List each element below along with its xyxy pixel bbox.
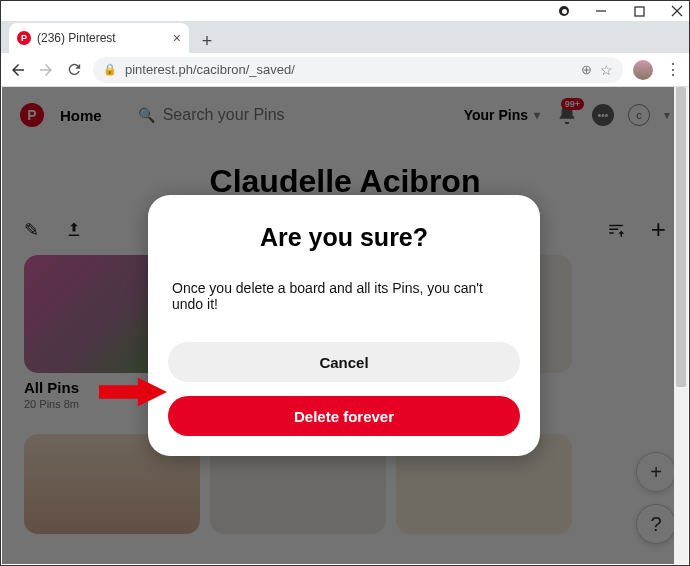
url-text: pinterest.ph/cacibron/_saved/ bbox=[125, 62, 573, 77]
browser-menu-icon[interactable]: ⋮ bbox=[665, 60, 681, 79]
install-icon[interactable]: ⊕ bbox=[581, 62, 592, 77]
pinterest-favicon: P bbox=[17, 31, 31, 45]
cancel-button[interactable]: Cancel bbox=[168, 342, 520, 382]
close-window-button[interactable] bbox=[671, 5, 683, 17]
vertical-scrollbar[interactable] bbox=[674, 87, 688, 564]
new-tab-button[interactable]: + bbox=[195, 29, 219, 53]
modal-body: Once you delete a board and all its Pins… bbox=[168, 280, 520, 312]
minimize-button[interactable] bbox=[595, 5, 607, 17]
browser-toolbar: 🔒 pinterest.ph/cacibron/_saved/ ⊕ ☆ ⋮ bbox=[1, 53, 689, 87]
reload-button[interactable] bbox=[65, 61, 83, 79]
address-bar[interactable]: 🔒 pinterest.ph/cacibron/_saved/ ⊕ ☆ bbox=[93, 57, 623, 83]
confirm-delete-modal: Are you sure? Once you delete a board an… bbox=[148, 195, 540, 456]
svg-rect-1 bbox=[635, 7, 644, 16]
profile-avatar-icon[interactable] bbox=[633, 60, 653, 80]
lock-icon: 🔒 bbox=[103, 63, 117, 76]
delete-forever-button[interactable]: Delete forever bbox=[168, 396, 520, 436]
tab-close-icon[interactable]: × bbox=[173, 30, 181, 46]
scrollbar-thumb[interactable] bbox=[676, 87, 686, 387]
back-button[interactable] bbox=[9, 61, 27, 79]
record-icon bbox=[559, 6, 569, 16]
bookmark-star-icon[interactable]: ☆ bbox=[600, 62, 613, 78]
browser-tabstrip: P (236) Pinterest × + bbox=[1, 21, 689, 53]
modal-title: Are you sure? bbox=[168, 223, 520, 252]
tab-title: (236) Pinterest bbox=[37, 31, 167, 45]
browser-tab[interactable]: P (236) Pinterest × bbox=[9, 23, 189, 53]
forward-button[interactable] bbox=[37, 61, 55, 79]
window-titlebar bbox=[1, 1, 689, 21]
maximize-button[interactable] bbox=[633, 5, 645, 17]
